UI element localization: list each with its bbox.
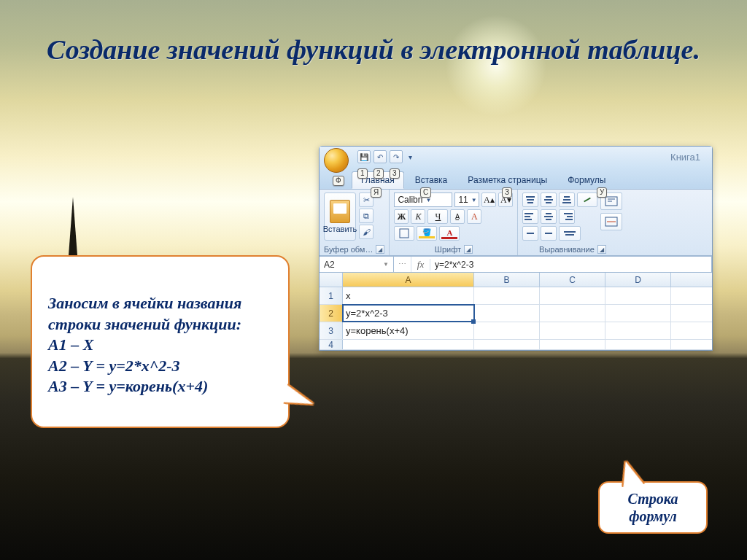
cell-D3[interactable] [605, 322, 671, 339]
callout-cells: Заносим в ячейки названия строки значени… [31, 255, 290, 428]
cell-B2[interactable] [474, 305, 540, 322]
keytip-layout: З [502, 187, 512, 198]
align-top-button[interactable] [522, 192, 538, 207]
row-header-4[interactable]: 4 [320, 340, 343, 349]
grow-font-button[interactable]: A▴ [481, 192, 496, 207]
keytip-qat-1: 1 [357, 168, 368, 179]
keytip-qat-2: 2 [374, 168, 384, 179]
row-header-2[interactable]: 2 [320, 305, 343, 322]
col-header-A[interactable]: A [343, 273, 474, 287]
grid-row: 4 [320, 340, 712, 350]
formula-input[interactable]: y=2*x^2-3 [430, 260, 478, 270]
orientation-button[interactable] [577, 192, 597, 207]
keytip-insert: С [420, 187, 431, 198]
slide-title: Создание значений функций в электронной … [0, 33, 747, 68]
select-all-corner[interactable] [320, 273, 343, 287]
merge-center-button[interactable] [600, 213, 622, 230]
cell-D1[interactable] [605, 287, 671, 304]
ribbon-group-clipboard: Вставить ✂ ⧉ 🖌 Буфер обм…◢ [320, 190, 390, 255]
cell-D2[interactable] [605, 305, 671, 322]
wrap-text-button[interactable] [559, 226, 581, 241]
copy-button[interactable]: ⧉ [359, 209, 374, 223]
cell-C4[interactable] [540, 340, 605, 349]
fx-expand-icon[interactable]: ⋯ [394, 257, 411, 272]
clear-button[interactable]: A [467, 209, 481, 224]
callout-text: Заносим в ячейки названия строки значени… [48, 293, 272, 397]
cell-D4[interactable] [605, 340, 671, 349]
qat-more-icon[interactable]: ▾ [406, 150, 414, 163]
col-header-B[interactable]: B [474, 273, 540, 287]
tab-page-layout[interactable]: Разметка страницы [458, 171, 557, 189]
grid-row: 3 y=корень(x+4) [320, 322, 712, 340]
align-bottom-button[interactable] [559, 192, 575, 207]
quick-access-toolbar: 💾 ↶ ↷ ▾ [357, 150, 414, 163]
cell-A1[interactable]: x [343, 287, 474, 304]
tab-insert[interactable]: Вставка [406, 171, 457, 189]
svg-rect-2 [400, 229, 409, 238]
titlebar: 💾 ↶ ↷ ▾ Книга1 [320, 147, 712, 167]
clipboard-launcher[interactable]: ◢ [376, 245, 384, 254]
qat-save-icon[interactable]: 💾 [357, 150, 371, 163]
cell-B3[interactable] [474, 322, 540, 339]
cell-B4[interactable] [474, 340, 540, 349]
paste-button[interactable]: Вставить [324, 192, 356, 241]
align-middle-button[interactable] [541, 192, 557, 207]
spreadsheet-grid: A B C D 1 x 2 y=2*x^2-3 3 y=коре [320, 273, 712, 350]
italic-button[interactable]: К [411, 209, 425, 224]
document-title: Книга1 [670, 152, 700, 163]
qat-undo-icon[interactable]: ↶ [374, 150, 387, 163]
ribbon: Вставить ✂ ⧉ 🖌 Буфер обм…◢ Calibri▼ [320, 189, 712, 255]
decrease-indent-button[interactable] [522, 226, 538, 241]
bold-button[interactable]: Ж [394, 209, 409, 224]
paste-icon [330, 200, 350, 223]
callout-text: Строка формул [607, 490, 699, 525]
font-launcher[interactable]: ◢ [464, 245, 473, 254]
cell-C3[interactable] [540, 322, 605, 339]
font-color-button[interactable]: A [439, 226, 460, 241]
office-button[interactable] [324, 148, 349, 173]
align-right-button[interactable] [559, 209, 575, 224]
cell-C2[interactable] [540, 305, 605, 322]
cell-B1[interactable] [474, 287, 540, 304]
keytip-qat-3: 3 [390, 168, 400, 179]
tab-formulas[interactable]: Формулы [558, 171, 615, 189]
font-size-combo[interactable]: 11▼ [454, 192, 479, 207]
excel-window: 💾 ↶ ↷ ▾ Книга1 Ф 1 2 3 Главная Вставка Р… [319, 146, 713, 351]
callout-formula-bar: Строка формул [598, 481, 708, 534]
col-header-D[interactable]: D [605, 273, 671, 287]
formula-bar: A2▼ ⋯ fx y=2*x^2-3 [320, 255, 712, 273]
increase-indent-button[interactable] [541, 226, 557, 241]
keytip-home: Я [371, 187, 382, 198]
align-left-button[interactable] [522, 209, 538, 224]
fx-icon[interactable]: fx [411, 259, 430, 271]
row-header-1[interactable]: 1 [320, 287, 343, 304]
alignment-launcher[interactable]: ◢ [597, 245, 606, 254]
name-box[interactable]: A2▼ [320, 256, 394, 273]
keytip-office: Ф [333, 176, 344, 186]
slide: Создание значений функций в электронной … [0, 0, 747, 560]
format-painter-button[interactable]: 🖌 [359, 225, 374, 239]
cell-C1[interactable] [540, 287, 605, 304]
grid-row: 2 y=2*x^2-3 [320, 305, 712, 322]
col-header-C[interactable]: C [540, 273, 605, 287]
underline-button[interactable]: Ч [427, 209, 448, 224]
borders-button[interactable] [394, 226, 414, 241]
column-headers: A B C D [320, 273, 712, 287]
grid-row: 1 x [320, 287, 712, 305]
align-center-button[interactable] [541, 209, 557, 224]
fill-color-button[interactable]: 🪣 [417, 226, 437, 241]
cell-A3[interactable]: y=корень(x+4) [343, 322, 474, 339]
cell-A4[interactable] [343, 340, 474, 349]
ribbon-group-font: Calibri▼ 11▼ A▴ A▾ Ж К Ч A̲ A [390, 190, 518, 255]
row-header-3[interactable]: 3 [320, 322, 343, 339]
ribbon-group-alignment: Выравнивание◢ [518, 190, 627, 255]
phonetic-button[interactable]: A̲ [450, 209, 465, 224]
cell-A2[interactable]: y=2*x^2-3 [343, 305, 474, 322]
qat-redo-icon[interactable]: ↷ [390, 150, 403, 163]
keytip-formulas: У [597, 187, 607, 198]
